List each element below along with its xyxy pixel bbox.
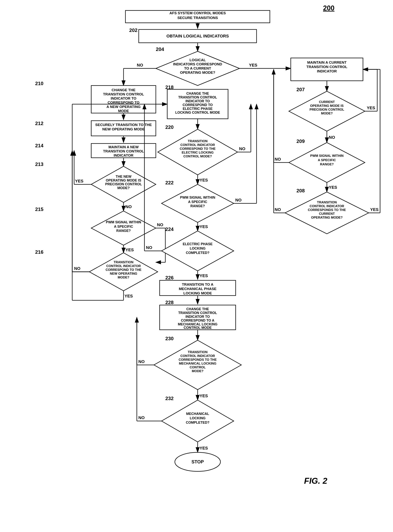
svg-text:YES: YES	[125, 247, 134, 252]
svg-text:MODE?: MODE?	[118, 276, 129, 279]
svg-text:NO: NO	[239, 146, 245, 151]
svg-text:LOCKING CONTROL MODE: LOCKING CONTROL MODE	[175, 111, 220, 114]
svg-text:CONTROL MODE: CONTROL MODE	[184, 326, 212, 330]
svg-text:NO: NO	[275, 207, 281, 212]
svg-text:215: 215	[35, 207, 43, 212]
svg-text:MODE: MODE	[118, 109, 129, 113]
svg-text:INDICATORS CORRESPOND: INDICATORS CORRESPOND	[173, 62, 222, 66]
svg-text:YES: YES	[75, 179, 84, 183]
svg-text:COMPLETED?: COMPLETED?	[186, 251, 209, 255]
svg-text:CORRESPONDS TO THE: CORRESPONDS TO THE	[308, 208, 346, 212]
svg-text:CHANGE THE: CHANGE THE	[186, 92, 209, 95]
svg-text:CORRESPOND TO A: CORRESPOND TO A	[181, 319, 214, 322]
svg-text:212: 212	[35, 120, 43, 126]
svg-text:232: 232	[165, 395, 173, 401]
svg-text:RANGE?: RANGE?	[116, 229, 131, 233]
svg-text:CHANGE THE: CHANGE THE	[186, 307, 209, 311]
svg-text:INDICATOR TO: INDICATOR TO	[111, 96, 136, 100]
svg-text:TRANSITION CONTROL: TRANSITION CONTROL	[103, 92, 144, 96]
svg-text:YES: YES	[200, 273, 208, 278]
svg-text:A NEW OPERATING: A NEW OPERATING	[106, 105, 140, 109]
svg-text:YES: YES	[329, 185, 337, 190]
svg-text:MAINTAIN A NEW: MAINTAIN A NEW	[108, 145, 139, 149]
svg-text:230: 230	[165, 336, 173, 341]
svg-text:CORRESPOND TO: CORRESPOND TO	[183, 103, 213, 107]
svg-text:PWM SIGNAL WITHIN: PWM SIGNAL WITHIN	[180, 196, 215, 199]
svg-text:ELECTRIC PHASE: ELECTRIC PHASE	[183, 242, 212, 246]
svg-text:YES: YES	[200, 178, 208, 182]
svg-text:207: 207	[296, 87, 305, 92]
svg-text:YES: YES	[200, 224, 208, 229]
svg-text:LOCKING: LOCKING	[190, 246, 206, 250]
svg-text:228: 228	[165, 300, 173, 305]
svg-text:CONTROL INDICATOR: CONTROL INDICATOR	[106, 264, 141, 268]
svg-text:THE NEW: THE NEW	[116, 175, 132, 178]
svg-text:NO: NO	[138, 359, 145, 364]
diagram-container: 200 AFS SYSTEM CONYROL MODES SECURE TRAN…	[0, 0, 393, 532]
svg-text:MAINTAIN A CURRENT: MAINTAIN A CURRENT	[307, 60, 347, 64]
svg-text:210: 210	[35, 81, 43, 86]
svg-text:YES: YES	[367, 105, 375, 110]
svg-text:OPERATING MODE?: OPERATING MODE?	[180, 70, 215, 74]
svg-text:PWM SIGNAL WITHIN: PWM SIGNAL WITHIN	[106, 220, 141, 224]
svg-text:NO: NO	[146, 245, 152, 250]
svg-text:COMPLETED?: COMPLETED?	[186, 421, 209, 424]
svg-text:MECHANICAL LOCKING: MECHANICAL LOCKING	[178, 322, 218, 326]
svg-text:STOP: STOP	[192, 459, 204, 464]
svg-text:MODE?: MODE?	[118, 186, 130, 190]
svg-text:202: 202	[129, 27, 138, 33]
svg-text:CONTROL INDICATOR: CONTROL INDICATOR	[180, 143, 215, 147]
svg-text:TRANSITION CONTROL: TRANSITION CONTROL	[178, 95, 217, 99]
svg-text:MODE?: MODE?	[192, 369, 203, 373]
svg-text:LOGICAL: LOGICAL	[189, 58, 206, 62]
svg-text:CORRESPOND TO THE: CORRESPOND TO THE	[180, 147, 216, 151]
svg-text:INDICATOR: INDICATOR	[114, 153, 133, 157]
svg-text:RANGE?: RANGE?	[320, 163, 334, 166]
svg-text:CURRENT: CURRENT	[319, 100, 335, 104]
svg-text:CONTROL: CONTROL	[190, 365, 206, 369]
svg-text:224: 224	[165, 226, 174, 232]
svg-text:208: 208	[296, 188, 305, 193]
svg-text:TRANSITION CONTROL: TRANSITION CONTROL	[178, 311, 217, 315]
svg-text:NO: NO	[329, 135, 335, 140]
svg-text:PRECISION CONTROL: PRECISION CONTROL	[105, 182, 142, 186]
svg-text:NO: NO	[157, 222, 163, 227]
svg-text:RANGE?: RANGE?	[190, 204, 205, 208]
svg-text:CHANGE THE: CHANGE THE	[112, 88, 136, 92]
svg-text:NEW OPERATING MODE: NEW OPERATING MODE	[102, 127, 145, 131]
svg-text:TRANSITION: TRANSITION	[188, 139, 207, 143]
svg-text:222: 222	[165, 180, 173, 186]
svg-text:ELECTRIC PHASE: ELECTRIC PHASE	[183, 107, 212, 111]
svg-text:PRECISION CONTROL: PRECISION CONTROL	[309, 108, 344, 111]
svg-text:INDICATOR TO: INDICATOR TO	[186, 99, 210, 103]
svg-text:MECHANICAL: MECHANICAL	[186, 412, 209, 416]
svg-text:TRANSITION TO A: TRANSITION TO A	[182, 282, 213, 286]
svg-text:NO: NO	[235, 198, 241, 202]
svg-text:OPERATING MODE?: OPERATING MODE?	[311, 216, 343, 219]
diagram-number: 200	[323, 4, 334, 12]
svg-text:YES: YES	[370, 207, 378, 212]
svg-text:NO: NO	[138, 415, 145, 420]
svg-text:NO: NO	[137, 63, 143, 68]
svg-text:OPERATING MODE IS: OPERATING MODE IS	[106, 178, 141, 182]
svg-text:LOCKING MODE: LOCKING MODE	[183, 291, 212, 295]
svg-text:TRANSITION: TRANSITION	[188, 350, 207, 354]
svg-text:226: 226	[165, 275, 173, 281]
svg-text:NO: NO	[125, 204, 132, 209]
svg-text:CONTROL MODE?: CONTROL MODE?	[183, 154, 212, 158]
svg-text:YES: YES	[200, 394, 208, 398]
svg-text:209: 209	[296, 138, 305, 144]
svg-text:204: 204	[156, 46, 164, 52]
svg-text:CONTROL INDICATOR: CONTROL INDICATOR	[309, 204, 344, 208]
svg-text:MECHANICAL LOCKING: MECHANICAL LOCKING	[179, 362, 216, 365]
svg-text:PWM SIGNAL WITHIN: PWM SIGNAL WITHIN	[310, 154, 344, 158]
svg-text:TRANSITION: TRANSITION	[317, 201, 337, 204]
svg-text:FIG. 2: FIG. 2	[304, 476, 327, 485]
svg-text:NO: NO	[275, 157, 281, 162]
svg-text:CORRESPONDS TO THE: CORRESPONDS TO THE	[179, 358, 217, 361]
svg-text:MECHANICAL PHASE: MECHANICAL PHASE	[179, 287, 216, 291]
svg-text:ELECTRIC LOCKING: ELECTRIC LOCKING	[182, 151, 214, 154]
svg-text:213: 213	[35, 161, 43, 167]
svg-text:CORRESPOND TO THE: CORRESPOND TO THE	[106, 268, 142, 272]
svg-text:214: 214	[35, 143, 44, 148]
